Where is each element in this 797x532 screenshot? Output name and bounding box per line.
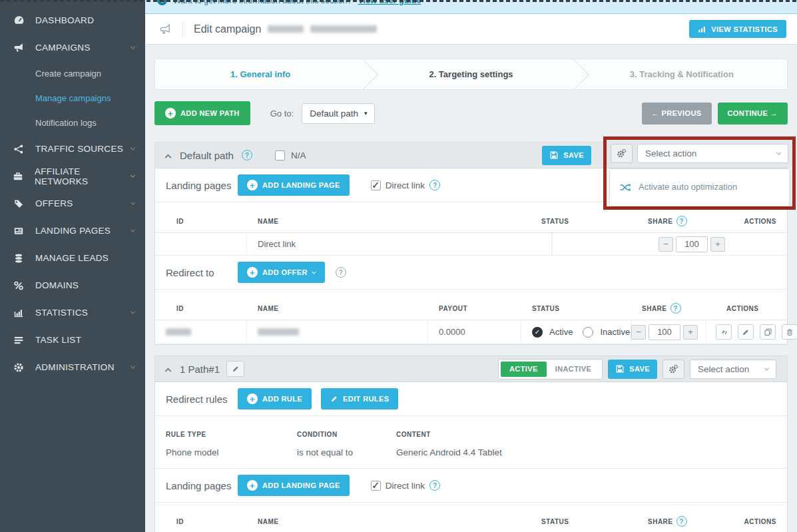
select-action-dropdown[interactable]: Select action [690,360,776,379]
select-action-dropdown[interactable]: Select action [637,144,788,163]
redirect-to-label: Redirect to [166,267,238,278]
path1-title: 1 Path#1 [180,364,220,375]
cell-id [155,320,247,344]
continue-button[interactable]: CONTINUE → [718,103,788,125]
save-label: SAVE [563,151,584,159]
share-increment-button[interactable]: + [683,325,698,340]
landing-table-header: ID NAME STATUS SHARE? ACTIONS [155,503,787,532]
sidebar-item-affiliate-networks[interactable]: AFFILIATE NETWORKS [0,162,145,190]
landing-pages-row: Landing pages + ADD LANDING PAGE ✓ Direc… [155,469,787,503]
cogs-icon[interactable] [611,144,633,163]
na-label: N/A [291,150,306,160]
collapse-icon[interactable] [165,154,172,160]
sidebar-item-traffic-sources[interactable]: TRAFFIC SOURCES [0,135,145,162]
rule-type-value: Phone model [166,447,297,457]
add-new-path-button[interactable]: + ADD NEW PATH [154,101,250,125]
gauge-icon [12,15,25,26]
select-action-value: Select action [645,148,696,158]
inactive-radio[interactable] [583,327,593,338]
inactive-toggle[interactable]: INACTIVE [547,362,601,377]
sidebar-item-label: LANDING PAGES [35,226,111,236]
col-share: SHARE? [648,216,731,226]
chevron-down-icon [131,200,135,205]
help-icon[interactable]: ? [429,480,440,491]
goto-path-value: Default path [310,109,358,119]
megaphone-icon [158,23,172,35]
na-checkbox[interactable] [275,150,285,160]
sidebar-item-task-list[interactable]: TASK LIST [0,326,145,354]
share-decrement-button[interactable]: − [631,325,646,340]
sidebar-item-label: DOMAINS [35,280,79,290]
copy-icon[interactable] [760,324,776,340]
redirect-rules-label: Redirect rules [166,394,238,405]
save-button[interactable]: SAVE [608,360,657,379]
continue-label: CONTINUE → [728,109,778,117]
collapse-icon[interactable] [165,368,172,374]
add-offer-button[interactable]: + ADD OFFER [238,262,325,283]
sidebar-item-statistics[interactable]: STATISTICS [0,299,145,326]
sidebar-item-label: MANAGE LEADS [35,253,109,263]
sidebar-item-notification-logs[interactable]: Notification logs [0,111,145,135]
add-rule-button[interactable]: + ADD RULE [238,388,312,409]
sidebar-item-label: AFFILIATE NETWORKS [35,166,131,186]
newspaper-icon [12,226,25,236]
help-icon[interactable]: ? [676,516,687,527]
database-icon [12,253,25,264]
sidebar-item-create-campaign[interactable]: Create campaign [0,61,145,86]
help-icon[interactable]: ? [242,150,252,160]
col-share: SHARE? [642,303,717,314]
help-icon[interactable]: ? [429,180,440,190]
share-decrement-button[interactable]: − [659,237,673,252]
col-status: STATUS [532,305,642,312]
help-icon[interactable]: ? [676,216,687,226]
add-landing-page-button[interactable]: + ADD LANDING PAGE [238,174,350,196]
previous-button[interactable]: ← PREVIOUS [642,103,712,125]
landing-table-row: Direct link − + [155,233,787,256]
sidebar-item-administration[interactable]: ADMINISTRATION [0,354,145,381]
trash-icon[interactable] [782,324,797,340]
step-general-info[interactable]: 1. General info [155,59,366,89]
share-input[interactable] [676,236,708,252]
info-banner: i Want to get more information about thi… [145,0,797,14]
sidebar-item-manage-leads[interactable]: MANAGE LEADS [0,244,145,272]
cogs-icon[interactable] [663,360,684,379]
help-icon[interactable]: ? [670,303,681,314]
share-increment-button[interactable]: + [710,237,725,252]
active-label: Active [549,327,573,337]
save-button[interactable]: SAVE [542,146,591,165]
direct-link-checkbox[interactable]: ✓ [371,180,381,190]
sidebar-item-dashboard[interactable]: DASHBOARD [0,7,145,34]
tag-icon [12,198,25,209]
link-icon[interactable] [716,324,732,340]
direct-link-checkbox[interactable]: ✓ [371,481,381,491]
active-radio[interactable]: ✓ [532,327,543,338]
active-toggle[interactable]: ACTIVE [501,362,547,377]
chevron-down-icon [131,45,135,49]
redacted-campaign-name [310,25,377,33]
menu-item-activate-auto-optimization[interactable]: Activate auto optimization [639,182,738,192]
caret-down-icon: ▾ [364,110,368,117]
help-icon[interactable]: ? [336,267,346,278]
edit-path-name-button[interactable] [226,361,244,377]
share-input[interactable] [649,324,680,340]
chevron-down-icon [131,146,135,150]
path1-header: 1 Path#1 ACTIVE INACTIVE SAVE [155,356,787,382]
sidebar-item-campaigns[interactable]: CAMPAIGNS [0,34,145,61]
view-statistics-button[interactable]: VIEW STATISTICS [689,20,786,38]
redirect-rules-row: Redirect rules + ADD RULE EDIT RULES [155,382,787,416]
gear-icon [12,362,25,373]
edit-icon [330,395,338,403]
sidebar-item-offers[interactable]: OFFERS [0,190,145,217]
sidebar-item-manage-campaigns[interactable]: Manage campaigns [0,86,145,111]
step-targeting-settings[interactable]: 2. Targeting settings [366,59,576,89]
plus-icon: + [247,480,258,491]
cell-status [552,233,659,255]
goto-path-select[interactable]: Default path ▾ [302,103,375,124]
add-landing-page-button[interactable]: + ADD LANDING PAGE [238,475,350,496]
sidebar-item-domains[interactable]: DOMAINS [0,272,145,299]
step-tracking-notification[interactable]: 3. Tracking & Notification [577,59,787,89]
goto-label: Go to: [270,109,294,119]
edit-icon[interactable] [738,324,754,340]
sidebar-item-landing-pages[interactable]: LANDING PAGES [0,217,145,244]
edit-rules-button[interactable]: EDIT RULES [321,388,398,409]
